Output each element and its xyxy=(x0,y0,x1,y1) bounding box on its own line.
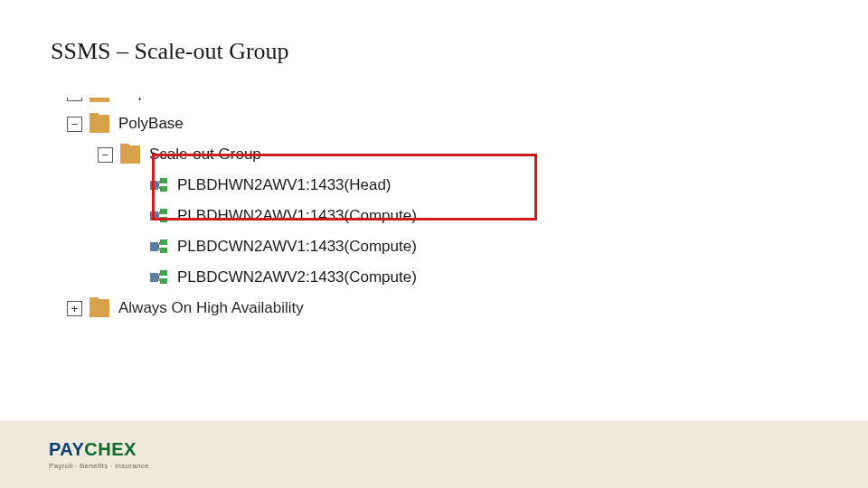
tree-node-server[interactable]: PLBDCWN2AWV1:1433(Compute) xyxy=(67,231,546,262)
tree-node-server[interactable]: PLBDHWN2AWV1:1433(Head) xyxy=(67,170,546,201)
tree-label: Scale-out Group xyxy=(149,139,261,170)
tree-label: Always On High Availability xyxy=(118,293,304,324)
logo-part1: PAY xyxy=(49,439,84,459)
svg-rect-15 xyxy=(150,273,158,282)
object-explorer-tree: + Replication − PolyBase − Scale-out Gro… xyxy=(67,98,546,324)
tree-node-alwayson[interactable]: + Always On High Availability xyxy=(67,293,546,324)
tree-label: PolyBase xyxy=(118,108,184,139)
svg-rect-2 xyxy=(160,186,167,192)
server-icon xyxy=(150,270,168,285)
tree-label: PLBDHWN2AWV1:1433(Head) xyxy=(177,170,392,201)
tree-label: PLBDCWN2AWV1:1433(Compute) xyxy=(177,231,417,262)
svg-line-8 xyxy=(158,211,160,216)
folder-icon xyxy=(90,98,109,102)
svg-rect-1 xyxy=(160,178,167,183)
tree-label: PLBDHWN2AWV1:1433(Compute) xyxy=(177,201,417,231)
slide-title: SSMS – Scale-out Group xyxy=(51,38,289,65)
server-icon xyxy=(150,178,168,192)
svg-line-13 xyxy=(158,242,160,247)
svg-rect-7 xyxy=(160,217,167,222)
folder-icon xyxy=(120,145,140,164)
tree-node-polybase[interactable]: − PolyBase xyxy=(67,108,546,139)
svg-rect-0 xyxy=(150,181,158,190)
svg-rect-11 xyxy=(160,239,167,245)
tree-label: Replication xyxy=(118,98,194,108)
logo-wordmark: PAYCHEX xyxy=(49,439,149,460)
svg-line-9 xyxy=(158,216,160,220)
folder-icon xyxy=(90,115,109,133)
svg-line-3 xyxy=(158,181,160,185)
expand-icon[interactable]: + xyxy=(67,98,82,101)
svg-rect-6 xyxy=(160,209,167,214)
paychex-logo: PAYCHEX Payroll · Benefits · Insurance xyxy=(49,439,149,470)
tree-node-server[interactable]: PLBDHWN2AWV1:1433(Compute) xyxy=(67,201,546,231)
collapse-icon[interactable]: − xyxy=(98,147,113,163)
tree-label: PLBDCWN2AWV2:1433(Compute) xyxy=(177,262,417,293)
svg-line-19 xyxy=(158,277,160,281)
svg-line-14 xyxy=(158,247,160,250)
tree-node-server[interactable]: PLBDCWN2AWV2:1433(Compute) xyxy=(67,262,546,293)
svg-rect-17 xyxy=(160,278,167,284)
server-icon xyxy=(150,209,168,223)
folder-icon xyxy=(90,299,109,317)
logo-tagline: Payroll · Benefits · Insurance xyxy=(49,462,149,470)
svg-line-18 xyxy=(158,273,160,277)
server-icon xyxy=(150,239,168,254)
logo-part2: CHEX xyxy=(84,439,137,459)
svg-rect-16 xyxy=(160,270,167,276)
slide: SSMS – Scale-out Group + Replication − P… xyxy=(0,0,868,488)
tree-node-replication[interactable]: + Replication xyxy=(67,98,546,108)
expand-icon[interactable]: + xyxy=(67,301,82,316)
svg-rect-12 xyxy=(160,248,167,253)
tree-node-scaleout-group[interactable]: − Scale-out Group xyxy=(67,139,546,170)
collapse-icon[interactable]: − xyxy=(67,117,82,132)
svg-rect-10 xyxy=(150,242,158,251)
tree-viewport: + Replication − PolyBase − Scale-out Gro… xyxy=(67,98,546,324)
svg-line-4 xyxy=(158,185,160,189)
svg-rect-5 xyxy=(150,211,158,221)
